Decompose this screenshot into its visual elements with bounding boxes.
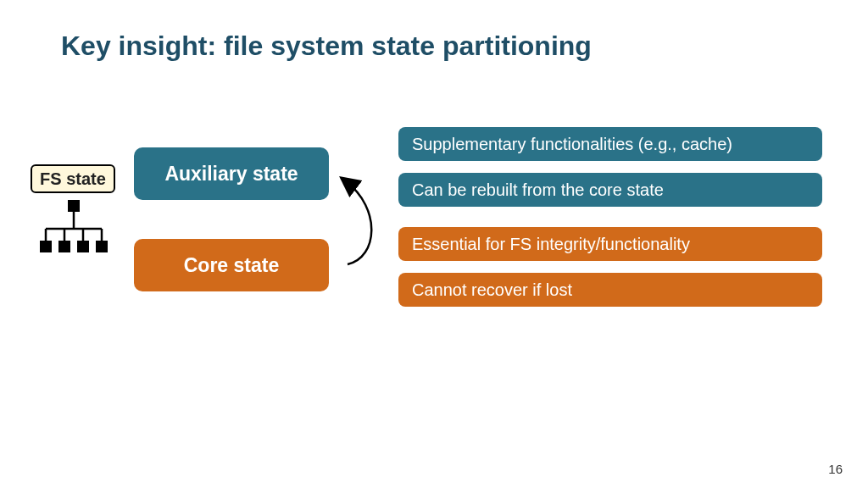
svg-rect-8 [58, 241, 70, 252]
aux-bar-1: Supplementary functionalities (e.g., cac… [398, 127, 822, 161]
page-number: 16 [828, 462, 843, 476]
slide-title: Key insight: file system state partition… [61, 30, 592, 62]
core-state-pill: Core state [134, 239, 329, 291]
svg-rect-7 [40, 241, 52, 252]
svg-rect-9 [77, 241, 89, 252]
fs-state-label: FS state [31, 164, 115, 193]
svg-rect-0 [68, 200, 80, 212]
core-bar-1: Essential for FS integrity/functionality [398, 227, 822, 261]
aux-bar-2: Can be rebuilt from the core state [398, 173, 822, 207]
slide: Key insight: file system state partition… [0, 0, 868, 488]
core-bar-2: Cannot recover if lost [398, 273, 822, 307]
svg-rect-10 [96, 241, 108, 252]
auxiliary-state-pill: Auxiliary state [134, 147, 329, 200]
tree-icon [36, 198, 112, 266]
rebuild-arrow-icon [329, 166, 397, 276]
